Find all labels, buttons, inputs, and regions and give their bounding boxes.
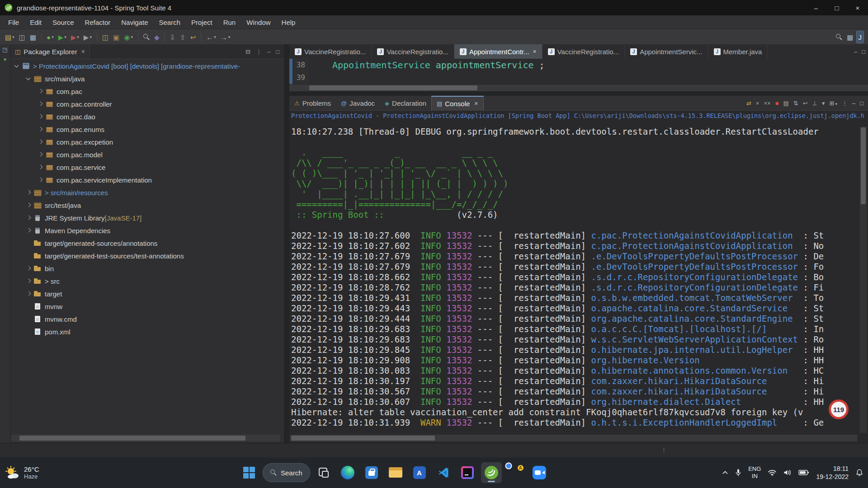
floating-badge-119[interactable]: 119 [829, 399, 849, 419]
logger-link[interactable]: c.pac.ProtectionAgainstCovidApplication [591, 230, 798, 240]
logger-link[interactable]: w.s.c.ServletWebServerApplicationContext [591, 334, 798, 344]
logger-link[interactable]: o.apache.catalina.core.StandardService [591, 303, 798, 313]
taskbar-search[interactable]: Search [263, 463, 310, 482]
menu-source[interactable]: Source [47, 17, 80, 28]
tree-item-com-pac-serviceimplementation[interactable]: com.pac.serviceImplementation [10, 174, 284, 186]
taskbar-app-blue-a[interactable]: A [409, 462, 430, 483]
close-tab-icon[interactable]: × [533, 48, 536, 55]
editor-tab-appointmentcontr[interactable]: JAppointmentContr...× [454, 44, 542, 59]
menu-edit[interactable]: Edit [24, 17, 47, 28]
minimize-view-icon[interactable]: – [267, 48, 270, 55]
twistie-icon[interactable] [37, 88, 44, 95]
tree-item-com-pac[interactable]: com.pac [10, 85, 284, 98]
save-all-icon[interactable]: ▦ [28, 31, 38, 43]
console-output[interactable]: 18:10:27.238 [Thread-0] DEBUG org.spring… [291, 127, 857, 433]
tree-item-bin[interactable]: bin [10, 262, 284, 275]
tree-item-target[interactable]: target [10, 287, 284, 300]
overflow-dots-icon[interactable]: ⋮ [661, 447, 668, 454]
logger-link[interactable]: org.apache.catalina.core.StandardEngine [591, 314, 798, 324]
maximize-view-icon[interactable]: □ [862, 48, 865, 55]
open-console-icon[interactable]: ⊞▾ [829, 100, 837, 107]
tray-chevron-up-icon[interactable] [722, 470, 728, 475]
minimize-view-icon[interactable]: – [852, 100, 855, 107]
scrollbar-thumb[interactable] [19, 436, 245, 441]
microphone-icon[interactable] [735, 469, 741, 477]
logger-link[interactable]: org.hibernate.dialect.Dialect [591, 397, 798, 407]
taskbar-app-spring-tool-suite[interactable] [481, 462, 502, 483]
logger-link[interactable]: .s.d.r.c.RepositoryConfigurationDelegate [591, 282, 798, 292]
next-annotation-icon[interactable]: ⇩ [168, 31, 177, 43]
view-menu-icon[interactable]: ⋮ [256, 48, 262, 55]
last-edit-location-icon[interactable]: ↩ [189, 31, 198, 43]
code-content[interactable]: AppointmentService appointmentService ; [309, 59, 545, 84]
console-tab[interactable]: ▤Console× [431, 96, 484, 110]
previous-annotation-icon[interactable]: ⇧ [178, 31, 188, 43]
twistie-icon[interactable] [25, 202, 32, 209]
logger-link[interactable]: .s.d.r.c.RepositoryConfigurationDelegate [591, 272, 798, 282]
twistie-icon[interactable] [25, 214, 32, 221]
tree-item-mvnw-cmd[interactable]: mvnw.cmd [10, 313, 284, 325]
twistie-icon[interactable] [37, 151, 44, 158]
remove-launch-icon[interactable]: × [756, 100, 760, 107]
tree-item-maven-dependencies[interactable]: Maven Dependencies [10, 224, 284, 237]
language-indicator[interactable]: ENG IN [748, 465, 761, 480]
scrollbar-thumb[interactable] [291, 436, 435, 441]
twistie-icon[interactable] [37, 126, 44, 133]
editor-tab-memberjava[interactable]: JMember.java [708, 44, 768, 59]
notification-bell-icon[interactable] [855, 469, 863, 477]
logger-link[interactable]: .e.DevToolsPropertyDefaultsPostProcessor [591, 262, 798, 272]
twistie-icon[interactable] [25, 189, 32, 196]
twistie-icon[interactable] [37, 176, 44, 183]
search-icon[interactable] [142, 31, 151, 43]
taskbar-app-chrome[interactable]: A [505, 462, 526, 483]
tree-item-com-pac-service[interactable]: com.pac.service [10, 161, 284, 174]
tree-item-com-pac-excpetion[interactable]: com.pac.excpetion [10, 136, 284, 148]
console-horizontal-scrollbar[interactable] [290, 435, 857, 441]
package-explorer-tab[interactable]: ◫ Package Explorer × [10, 44, 90, 59]
logger-link[interactable]: com.zaxxer.hikari.HikariDataSource [591, 386, 798, 396]
menu-refactor[interactable]: Refactor [80, 17, 116, 28]
twistie-icon[interactable] [25, 227, 32, 234]
remove-all-launches-icon[interactable]: ×× [764, 100, 770, 107]
back-icon[interactable]: ←▾ [204, 31, 218, 43]
logger-link[interactable]: com.zaxxer.hikari.HikariDataSource [591, 376, 798, 386]
menu-search[interactable]: Search [153, 17, 186, 28]
tree-item---src[interactable]: > src [10, 275, 284, 287]
minimize-view-icon[interactable]: – [854, 48, 857, 55]
maximize-view-icon[interactable]: □ [276, 48, 279, 55]
run-icon[interactable]: ▶▾ [57, 31, 68, 43]
menu-project[interactable]: Project [186, 17, 218, 28]
editor-tab-vaccineregistratio[interactable]: JVaccineRegistratio... [289, 44, 372, 59]
twistie-icon[interactable] [37, 164, 44, 171]
open-perspective-icon[interactable]: ▦ [845, 31, 855, 43]
twistie-icon[interactable] [37, 100, 44, 108]
forward-icon[interactable]: →▾ [219, 31, 232, 43]
new-class-icon[interactable]: ◉▾ [122, 31, 135, 43]
new-java-project-icon[interactable]: ◫ [100, 31, 110, 43]
tree-item---src-main-resources[interactable]: > src/main/resources [10, 186, 284, 199]
tree-item-com-pac-dao[interactable]: com.pac.dao [10, 110, 284, 123]
quick-search-icon[interactable] [834, 31, 844, 43]
clear-console-icon[interactable]: ▤ [783, 100, 789, 107]
task-view-button[interactable] [313, 462, 334, 483]
tree-item-mvnw[interactable]: mvnw [10, 300, 284, 313]
logger-link[interactable]: c.pac.ProtectionAgainstCovidApplication [591, 241, 798, 251]
explorer-horizontal-scrollbar[interactable] [11, 435, 280, 441]
taskbar-app-file-explorer[interactable] [385, 462, 406, 483]
tree-item-com-pac-model[interactable]: com.pac.model [10, 148, 284, 161]
tree-item-target-generated-sources-annotations[interactable]: target/generated-sources/annotations [10, 237, 284, 249]
restore-view-icon[interactable]: ◳ [2, 47, 7, 52]
tree-item-jre-system-library-[interactable]: JRE System Library [JavaSE-17] [10, 211, 284, 224]
menu-navigate[interactable]: Navigate [116, 17, 153, 28]
twistie-icon[interactable] [25, 75, 32, 82]
close-view-icon[interactable]: × [81, 48, 85, 55]
maximize-view-icon[interactable]: □ [860, 100, 863, 107]
debug-icon[interactable]: ●▾ [45, 31, 56, 43]
twistie-icon[interactable] [25, 290, 32, 297]
twistie-icon[interactable] [25, 265, 32, 272]
open-type-icon[interactable]: ◆ [152, 31, 161, 43]
tree-item-src-main-java[interactable]: src/main/java [10, 72, 284, 85]
close-console-icon[interactable]: × [474, 100, 478, 107]
maximize-window-button[interactable]: □ [826, 0, 847, 15]
start-button[interactable] [239, 462, 259, 483]
